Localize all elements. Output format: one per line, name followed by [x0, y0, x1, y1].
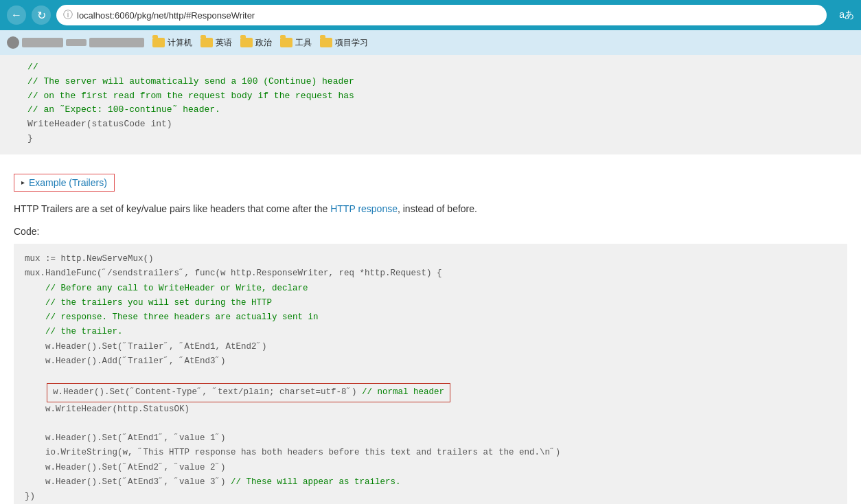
code-line: }): [25, 490, 836, 504]
code-line: }: [27, 132, 834, 146]
back-button[interactable]: ←: [7, 5, 26, 25]
code-line-blank: [25, 417, 836, 431]
bookmark-jisuan[interactable]: 计算机: [152, 37, 192, 49]
code-line: // The server will automatically send a …: [27, 75, 834, 89]
profile-avatar: [7, 36, 19, 49]
bookmark-zhengzhi[interactable]: 政治: [240, 37, 272, 49]
folder-icon: [280, 38, 292, 47]
code-line: io.WriteString(w, ˝This HTTP response ha…: [25, 446, 836, 460]
code-comment: // an ˜Expect: 100-continue˜ header.: [27, 104, 220, 115]
highlight-text: HTTP response: [330, 203, 398, 214]
code-comment: //: [27, 62, 38, 72]
bookmark-label: 工具: [295, 37, 312, 49]
browser-chrome: ← ↻ ⓘ localhost:6060/pkg/net/http/#Respo…: [0, 0, 861, 30]
code-line: w.Header().Set(˝AtEnd1˝, ˝value 1˝): [25, 431, 836, 446]
code-line-blank: [25, 369, 836, 383]
code-line-highlighted: w.Header().Set(˝Content-Type˝, ˝text/pla…: [47, 383, 450, 402]
code-label: Code:: [14, 226, 847, 237]
example-section: ▸ Example (Trailers) HTTP Trailers are a…: [0, 167, 861, 504]
folder-icon: [320, 38, 332, 47]
code-block-top: // // The server will automatically send…: [0, 55, 861, 154]
code-comment: // on the first read from the request bo…: [27, 91, 354, 101]
bookmark-xiangmu[interactable]: 项目学习: [320, 37, 368, 49]
example-header[interactable]: ▸ Example (Trailers): [14, 174, 115, 192]
code-comment: // The server will automatically send a …: [27, 76, 354, 87]
code-line: // the trailer.: [25, 325, 836, 339]
bookmarks-bar: 计算机 英语 政治 工具 项目学习: [0, 30, 861, 55]
profile-name: [22, 38, 63, 47]
example-header-text: Example (Trailers): [29, 177, 107, 188]
bookmark-gongju[interactable]: 工具: [280, 37, 312, 49]
code-line: w.Header().Add(˝Trailer˝, ˝AtEnd3˝): [25, 354, 836, 369]
code-line: // response. These three headers are act…: [25, 310, 836, 325]
refresh-button[interactable]: ↻: [32, 5, 51, 25]
description-text: HTTP Trailers are a set of key/value pai…: [14, 201, 847, 216]
profile-name2: [89, 38, 144, 47]
bookmark-label: 政治: [255, 37, 272, 49]
code-line: // the trailers you will set during the …: [25, 296, 836, 310]
aa-button[interactable]: aあ: [839, 9, 854, 21]
bookmark-label: 项目学习: [335, 37, 368, 49]
main-content: // // The server will automatically send…: [0, 55, 861, 504]
profile-extra: [66, 39, 87, 46]
folder-icon: [152, 38, 165, 47]
code-line: WriteHeader(statusCode int): [27, 117, 834, 132]
url-text: localhost:6060/pkg/net/http/#ResponseWri…: [77, 10, 255, 21]
code-block-main: mux := http.NewServeMux() mux.HandleFunc…: [14, 244, 847, 504]
code-line: // Before any call to WriteHeader or Wri…: [25, 282, 836, 296]
folder-icon: [200, 38, 213, 47]
code-line: mux := http.NewServeMux(): [25, 252, 836, 266]
section-gap: [0, 154, 861, 167]
profile-area: [7, 36, 144, 49]
folder-icon: [240, 38, 253, 47]
code-line: mux.HandleFunc(˝/sendstrailers˝, func(w …: [25, 266, 836, 281]
address-bar[interactable]: ⓘ localhost:6060/pkg/net/http/#ResponseW…: [56, 5, 827, 25]
triangle-icon: ▸: [21, 179, 25, 186]
code-line: // on the first read from the request bo…: [27, 89, 834, 104]
bookmark-label: 计算机: [168, 37, 192, 49]
code-line: //: [27, 60, 834, 75]
info-icon: ⓘ: [63, 9, 73, 21]
bookmark-yingyu[interactable]: 英语: [200, 37, 232, 49]
code-line: w.Header().Set(˝AtEnd2˝, ˝value 2˝): [25, 461, 836, 475]
code-line: w.WriteHeader(http.StatusOK): [25, 402, 836, 417]
bookmark-label: 英语: [216, 37, 232, 49]
code-line: w.Header().Set(˝Trailer˝, ˝AtEnd1, AtEnd…: [25, 340, 836, 354]
code-line: w.Header().Set(˝AtEnd3˝, ˝value 3˝) // T…: [25, 475, 836, 490]
code-line: // an ˜Expect: 100-continue˜ header.: [27, 103, 834, 117]
